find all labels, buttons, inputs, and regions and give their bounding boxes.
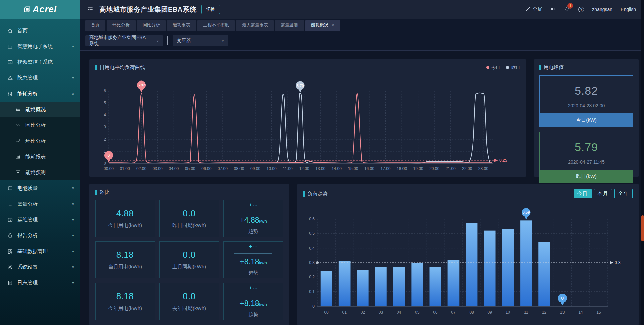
close-icon[interactable]: × <box>332 23 334 28</box>
device-select[interactable]: 变压器 ∨ <box>173 35 228 46</box>
sidebar-item-需量分析[interactable]: 需量分析∨ <box>0 196 80 212</box>
sidebar-subitem-label: 能耗概况 <box>25 106 46 113</box>
svg-text:0: 0 <box>108 153 110 157</box>
sidebar-item-日志管理[interactable]: 日志管理∨ <box>0 275 80 291</box>
sidebar-subitem-label: 同比分析 <box>25 122 46 128</box>
sidebar-item-基础数据管理[interactable]: 基础数据管理∨ <box>0 243 80 259</box>
chevron-down-icon: ∨ <box>72 234 74 237</box>
svg-text:0.2: 0.2 <box>309 275 315 279</box>
tab-label: 三相不平衡度 <box>203 22 229 28</box>
vertical-scrollbar <box>641 0 644 325</box>
chevron-down-icon: ∨ <box>147 39 159 43</box>
sidebar-item-电能质量[interactable]: 电能质量∨ <box>0 180 80 196</box>
svg-text:13: 13 <box>560 310 565 315</box>
svg-text:0.4: 0.4 <box>309 246 315 251</box>
sidebar-item-智慧用电子系统[interactable]: 智慧用电子系统∨ <box>0 39 80 54</box>
sidebar-item-label: 电能质量 <box>17 185 38 192</box>
huanbi-value: 8.18 <box>116 250 134 260</box>
language-switch[interactable]: English <box>621 7 636 12</box>
sidebar-item-label: 首页 <box>17 28 28 34</box>
mute-button[interactable] <box>550 6 556 13</box>
trend-range-今日[interactable]: 今日 <box>574 189 592 198</box>
filter-bar: 高地城市服务产业集团EBA系统 ∨ 变压器 ∨ <box>80 31 644 51</box>
video-icon <box>7 59 13 65</box>
sidebar-item-运维管理[interactable]: 运维管理∨ <box>0 212 80 228</box>
sidebar-subitem-label: 能耗报表 <box>25 154 46 160</box>
svg-text:10:00: 10:00 <box>267 166 277 171</box>
trend-unit: kwh <box>259 302 267 307</box>
collapse-menu-icon[interactable] <box>87 6 93 12</box>
sidebar-item-视频监控子系统[interactable]: 视频监控子系统 <box>0 54 80 70</box>
brand-logo: Acrel <box>0 0 80 19</box>
username-menu[interactable]: zhangsan <box>592 7 612 12</box>
tab-同比分析[interactable]: 同比分析 <box>137 20 166 31</box>
trend-range-全年[interactable]: 全年 <box>614 189 633 198</box>
svg-text:06: 06 <box>433 310 438 315</box>
tab-bar: 首页环比分析同比分析能耗报表三相不平衡度最大需量报表需量监测能耗概况× <box>80 19 644 31</box>
huanbi-current-card: 8.18今年用电(kWh) <box>95 283 155 320</box>
device-select-value: 变压器 <box>177 38 191 44</box>
tab-环比分析[interactable]: 环比分析 <box>107 20 136 31</box>
tab-需量监测[interactable]: 需量监测 <box>275 20 304 31</box>
app-window: Acrel 首页智慧用电子系统∨视频监控子系统隐患管理∨能耗分析∧能耗概况同比分… <box>0 0 644 325</box>
legend-item-昨日[interactable]: 昨日 <box>506 65 520 71</box>
huanbi-label: 今日用电(kWh) <box>108 222 142 229</box>
daily-load-chart: 012345600:0001:0002:0003:0004:0005:0006:… <box>95 71 520 175</box>
help-button[interactable]: ? <box>578 7 584 12</box>
trend-delta: +8.18kwh <box>239 299 267 308</box>
svg-text:11:00: 11:00 <box>283 166 293 171</box>
tab-首页[interactable]: 首页 <box>85 20 105 31</box>
list-icon <box>15 107 21 112</box>
sidebar-item-系统设置[interactable]: 系统设置∨ <box>0 259 80 275</box>
legend-item-今日[interactable]: 今日 <box>486 65 500 71</box>
scrollbar-thumb[interactable] <box>641 215 644 241</box>
tab-最大需量报表[interactable]: 最大需量报表 <box>236 20 274 31</box>
chart-icon <box>7 44 13 49</box>
ops-icon <box>7 217 13 223</box>
warning-icon <box>7 75 13 81</box>
daily-load-chart-svg: 012345600:0001:0002:0003:0004:0005:0006:… <box>95 71 520 175</box>
tab-能耗报表[interactable]: 能耗报表 <box>167 20 196 31</box>
sidebar: Acrel 首页智慧用电子系统∨视频监控子系统隐患管理∨能耗分析∧能耗概况同比分… <box>0 0 80 325</box>
svg-text:01: 01 <box>342 310 347 315</box>
sidebar-subitem-环比分析[interactable]: 环比分析 <box>0 133 80 149</box>
peak-card: 5.792020-04-27 11:45昨日(kW) <box>539 132 633 183</box>
chevron-down-icon: ∨ <box>72 265 74 269</box>
notification-badge: 1 <box>567 3 573 9</box>
svg-text:5: 5 <box>104 101 106 105</box>
huanbi-value: 0.0 <box>183 208 196 219</box>
trend-unit: kwh <box>259 260 267 265</box>
fullscreen-button[interactable]: 全屏 <box>525 6 542 13</box>
sidebar-subitem-能耗报表[interactable]: 能耗报表 <box>0 149 80 165</box>
svg-text:03:00: 03:00 <box>153 166 163 171</box>
sidebar-menu: 首页智慧用电子系统∨视频监控子系统隐患管理∨能耗分析∧能耗概况同比分析环比分析能… <box>0 19 80 291</box>
sidebar-item-能耗分析[interactable]: 能耗分析∧ <box>0 86 80 102</box>
sidebar-subitem-能耗预测[interactable]: 能耗预测 <box>0 165 80 180</box>
peak-title: 用电峰值 <box>544 64 564 71</box>
system-select[interactable]: 高地城市服务产业集团EBA系统 ∨ <box>85 35 163 46</box>
sidebar-item-报告分析[interactable]: 报告分析∨ <box>0 228 80 243</box>
svg-text:09:00: 09:00 <box>250 166 260 171</box>
tab-三相不平衡度[interactable]: 三相不平衡度 <box>197 20 235 31</box>
huanbi-trend-card: +--+8.18kwh趋势 <box>223 241 283 279</box>
filter-divider <box>167 36 168 45</box>
huanbi-trend-card: +--+8.18kwh趋势 <box>223 283 283 320</box>
svg-text:04: 04 <box>397 310 401 315</box>
svg-text:06:00: 06:00 <box>201 166 211 171</box>
gear-icon <box>7 264 13 270</box>
sidebar-item-首页[interactable]: 首页 <box>0 23 80 39</box>
svg-text:09: 09 <box>488 310 492 315</box>
sidebar-item-隐患管理[interactable]: 隐患管理∨ <box>0 70 80 86</box>
sidebar-subitem-同比分析[interactable]: 同比分析 <box>0 117 80 133</box>
sidebar-subitem-能耗概况[interactable]: 能耗概况 <box>0 102 80 117</box>
switch-button[interactable]: 切换 <box>201 5 220 14</box>
peak-value: 5.79 <box>540 132 633 154</box>
svg-text:00: 00 <box>324 310 329 315</box>
chevron-down-icon: ∨ <box>72 76 74 79</box>
trend-range-本月[interactable]: 本月 <box>594 189 612 198</box>
tab-能耗概况[interactable]: 能耗概况× <box>305 20 340 31</box>
notifications-button[interactable]: 1 <box>564 6 570 13</box>
svg-text:0.59: 0.59 <box>522 210 530 214</box>
legend-dot <box>486 66 489 69</box>
chart-legend: 今日昨日 <box>486 65 520 71</box>
